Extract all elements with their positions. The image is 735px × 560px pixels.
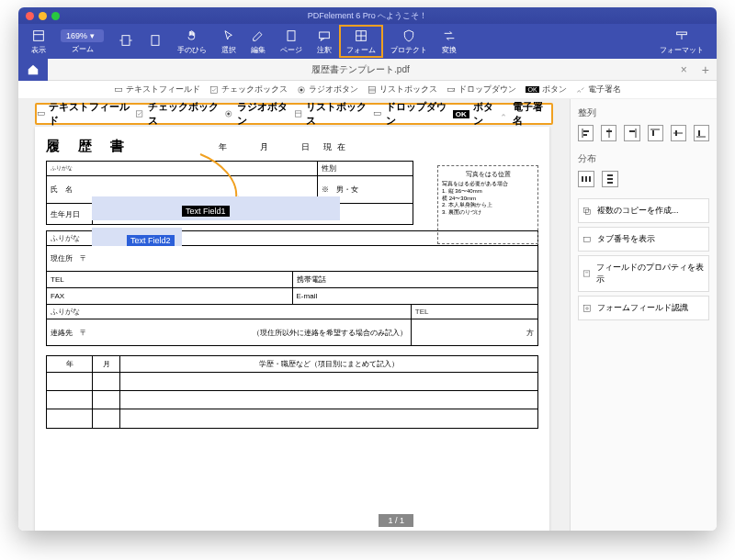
ribbon-view[interactable]: 表示 xyxy=(24,25,53,58)
maximize-window-icon[interactable] xyxy=(51,12,60,20)
zoom-value[interactable]: 169%▾ xyxy=(61,29,104,42)
tb-button[interactable]: OKボタン xyxy=(526,84,566,95)
align-right[interactable] xyxy=(624,125,639,141)
distribute-h[interactable] xyxy=(578,171,594,187)
ribbon-format[interactable]: フォーマット xyxy=(652,25,711,58)
ribbon-fit-page[interactable] xyxy=(141,25,170,58)
pdf-page[interactable]: 履 歴 書 年 月 日 現在 写真をはる位置 写真をはる必要がある場合 1. 縦… xyxy=(35,127,549,531)
svg-rect-32 xyxy=(629,130,635,132)
page-icon xyxy=(284,28,299,43)
page-indicator: 1 / 1 xyxy=(379,514,413,527)
svg-rect-0 xyxy=(34,30,44,40)
home-tab[interactable] xyxy=(18,59,48,81)
hl-signature[interactable]: 電子署名 xyxy=(501,100,551,128)
svg-rect-11 xyxy=(116,88,123,91)
ribbon-edit[interactable]: 編集 xyxy=(243,25,273,58)
btn-recognize[interactable]: フォームフィールド認識 xyxy=(578,296,709,320)
tb-text-field[interactable]: テキストフィールド xyxy=(114,84,200,95)
minimize-window-icon[interactable] xyxy=(39,12,47,20)
view-icon xyxy=(31,28,46,43)
format-icon xyxy=(674,28,689,43)
btn-props[interactable]: フィールドのプロパティを表示 xyxy=(578,255,709,292)
svg-rect-42 xyxy=(607,174,613,176)
close-window-icon[interactable] xyxy=(26,12,34,20)
text-field-icon xyxy=(37,109,45,118)
ribbon-annotate[interactable]: 注釈 xyxy=(310,25,339,58)
ribbon-select[interactable]: 選択 xyxy=(214,25,243,58)
ribbon-zoom[interactable]: 169%▾ ズーム xyxy=(53,25,111,58)
recognize-icon xyxy=(582,304,592,313)
align-center-icon xyxy=(604,128,615,139)
ribbon-fit-width[interactable] xyxy=(111,25,141,58)
btn-copies[interactable]: 複数のコピーを作成... xyxy=(578,198,709,223)
tb-checkbox[interactable]: チェックボックス xyxy=(209,84,288,95)
align-top-icon xyxy=(650,128,661,139)
hl-text-field[interactable]: テキストフィールド xyxy=(37,100,135,128)
dropdown-icon xyxy=(373,109,381,118)
canvas[interactable]: テキストフィールド チェックボックス ラジオボタン リストボックス ドロップダウ… xyxy=(18,99,570,531)
add-tab-icon[interactable]: + xyxy=(695,62,717,77)
tb-radio[interactable]: ラジオボタン xyxy=(297,84,358,95)
svg-rect-46 xyxy=(585,209,590,214)
window-title: PDFelement 6 Pro へようこそ！ xyxy=(308,10,428,22)
svg-rect-50 xyxy=(584,305,591,311)
svg-rect-41 xyxy=(589,176,591,182)
form-toolbar-large: テキストフィールド チェックボックス ラジオボタン リストボックス ドロップダウ… xyxy=(35,103,553,125)
ribbon-hand[interactable]: 手のひら xyxy=(170,25,214,58)
fit-page-icon xyxy=(148,33,163,48)
checkbox-icon xyxy=(209,85,219,95)
svg-point-14 xyxy=(300,88,303,91)
tb-dropdown[interactable]: ドロップダウン xyxy=(447,84,516,95)
ribbon-convert[interactable]: 変換 xyxy=(435,25,464,58)
align-bottom[interactable] xyxy=(694,125,709,141)
svg-rect-12 xyxy=(211,86,218,93)
align-right-icon xyxy=(627,128,638,139)
distribute-v[interactable] xyxy=(602,171,618,187)
side-panel: 整列 分布 複数のコピーを作成... タブ番号を表示 フィールドのプロパティを表… xyxy=(570,99,717,531)
listbox-icon xyxy=(368,85,377,95)
svg-rect-2 xyxy=(122,36,130,46)
ribbon-protect[interactable]: プロテクト xyxy=(383,25,435,58)
svg-rect-38 xyxy=(698,130,700,136)
align-middle-icon xyxy=(673,128,684,139)
align-center-h[interactable] xyxy=(601,125,616,141)
hl-radio[interactable]: ラジオボタン xyxy=(224,100,294,128)
svg-rect-23 xyxy=(296,111,301,117)
listbox-icon xyxy=(294,109,302,118)
btn-tabnum[interactable]: タブ番号を表示 xyxy=(578,227,709,252)
tb-listbox[interactable]: リストボックス xyxy=(368,84,437,95)
svg-rect-27 xyxy=(583,130,589,132)
align-left-icon xyxy=(581,128,592,139)
document-tab[interactable]: 履歴書テンプレート.pdf xyxy=(48,63,673,76)
tb-signature[interactable]: 電子署名 xyxy=(576,84,621,95)
distribute-label: 分布 xyxy=(578,152,709,165)
ribbon-page[interactable]: ページ xyxy=(273,25,310,58)
distribute-h-icon xyxy=(581,174,592,185)
text-field-2[interactable]: Text Field2 xyxy=(127,235,175,246)
svg-rect-39 xyxy=(582,176,583,182)
hl-dropdown[interactable]: ドロップダウン xyxy=(373,100,452,128)
hl-listbox[interactable]: リストボックス xyxy=(294,100,373,128)
text-field-1[interactable]: Text Field1 xyxy=(182,206,230,217)
svg-rect-4 xyxy=(288,30,295,40)
signature-icon xyxy=(501,109,509,118)
align-middle[interactable] xyxy=(671,125,686,141)
ribbon: 表示 169%▾ ズーム 手のひら 選択 編集 ページ 注釈 フォーム プロテク… xyxy=(18,24,717,59)
home-icon xyxy=(27,63,40,76)
hl-button[interactable]: OKボタン xyxy=(453,100,501,128)
align-bottom-icon xyxy=(695,128,707,139)
tabnum-icon xyxy=(582,235,592,244)
ribbon-form[interactable]: フォーム xyxy=(339,25,383,58)
close-tab-icon[interactable]: × xyxy=(673,63,695,76)
hl-checkbox[interactable]: チェックボックス xyxy=(135,100,224,128)
annotate-icon xyxy=(317,28,332,43)
photo-box: 写真をはる位置 写真をはる必要がある場合 1. 縦 36〜40mm 横 24〜3… xyxy=(437,165,538,244)
svg-rect-19 xyxy=(38,112,44,115)
ok-badge-icon: OK xyxy=(526,86,538,93)
align-top[interactable] xyxy=(648,125,663,141)
date-line: 年 月 日 現在 xyxy=(219,141,351,153)
svg-rect-43 xyxy=(607,178,613,180)
convert-icon xyxy=(442,28,457,43)
distribute-v-icon xyxy=(605,174,616,185)
align-left[interactable] xyxy=(578,125,594,141)
